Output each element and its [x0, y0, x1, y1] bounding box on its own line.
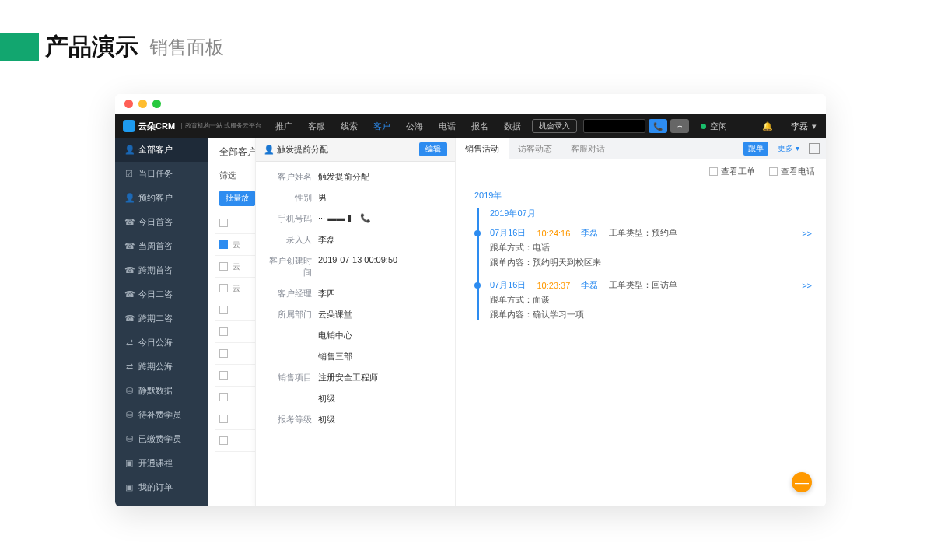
sidebar-item[interactable]: ☎今日二咨 [115, 282, 208, 306]
maximize-icon[interactable] [152, 100, 161, 108]
close-icon[interactable] [124, 100, 133, 108]
minimize-icon[interactable] [138, 100, 147, 108]
nav-item-客服[interactable]: 客服 [302, 121, 331, 132]
detail-title: 👤 触发提前分配 [264, 144, 328, 156]
nav-item-推广[interactable]: 推广 [269, 121, 299, 132]
activity-card: 07月16日10:24:16李磊工单类型：预约单>>跟单方式：电话跟单内容：预约… [490, 227, 812, 268]
tab[interactable]: 访客动态 [509, 138, 561, 159]
card-more[interactable]: >> [802, 281, 812, 290]
sidebar-item[interactable]: ▣我的订单 [115, 475, 208, 499]
sidebar-item[interactable]: ☎今日首咨 [115, 210, 208, 234]
field-value: 注册安全工程师 [318, 372, 447, 383]
field-label [264, 393, 318, 404]
sidebar-item[interactable]: ⇄跨期公海 [115, 355, 208, 379]
sidebar-label: 预约客户 [138, 192, 173, 204]
sidebar-icon: ☎ [124, 241, 134, 251]
sidebar-item[interactable]: 👤全部客户 [115, 138, 208, 162]
user-name[interactable]: 李磊 [791, 121, 808, 132]
card-head: 07月16日10:23:37李磊工单类型：回访单>> [490, 279, 812, 291]
sidebar-item[interactable]: ⛁已缴费学员 [115, 427, 208, 451]
row-checkbox[interactable] [219, 436, 228, 445]
tab[interactable]: 销售活动 [456, 138, 509, 159]
logo-text: 云朵CRM [138, 121, 175, 132]
app-body: 👤全部客户☑当日任务👤预约客户☎今日首咨☎当周首咨☎跨期首咨☎今日二咨☎跨期二咨… [115, 138, 826, 506]
row-text: 云 [233, 283, 240, 294]
bulk-button[interactable]: 批量放 [219, 191, 255, 206]
fab-button[interactable]: — [792, 472, 812, 492]
opportunity-button[interactable]: 机会录入 [532, 119, 577, 133]
field-label: 客户经理 [264, 288, 318, 299]
nav-item-数据[interactable]: 数据 [498, 121, 527, 132]
card-time: 10:23:37 [537, 281, 570, 290]
row-checkbox[interactable] [219, 349, 228, 358]
row-checkbox[interactable] [219, 219, 228, 227]
phone-icon[interactable]: 📞 [358, 213, 371, 222]
filter-call[interactable]: 查看电话 [769, 166, 815, 177]
sidebar-item[interactable]: ☎跨期二咨 [115, 306, 208, 331]
row-checkbox[interactable] [219, 327, 228, 336]
card-line: 跟单内容：预约明天到校区来 [490, 257, 812, 268]
sidebar-item[interactable]: ▣开通课程 [115, 451, 208, 475]
nav-item-报名[interactable]: 报名 [465, 121, 495, 132]
sidebar-item[interactable]: 👤预约客户 [115, 186, 208, 210]
sidebar-label: 待补费学员 [138, 409, 181, 421]
field-value: 李四 [318, 288, 447, 299]
card-date: 07月16日 [490, 227, 526, 239]
more-button[interactable]: 更多 ▾ [773, 142, 804, 156]
row-checkbox[interactable] [219, 284, 228, 292]
detail-field: 性别男 [256, 187, 455, 208]
hangup-button[interactable]: ⌢ [670, 119, 689, 133]
field-label [264, 351, 318, 362]
row-checkbox[interactable] [219, 306, 228, 314]
sidebar-item[interactable]: ⛁静默数据 [115, 379, 208, 403]
detail-field: 客户姓名触发提前分配 [256, 166, 455, 187]
expand-icon[interactable] [809, 143, 820, 154]
activity-panel: 销售活动访客动态客服对话 跟单 更多 ▾ 查看工单 查看电话 2019年 201… [456, 138, 826, 506]
tab[interactable]: 客服对话 [561, 138, 614, 159]
row-checkbox[interactable] [219, 371, 228, 380]
slide-header: 产品演示 销售面板 [0, 0, 941, 63]
sidebar-icon: ☎ [124, 289, 134, 299]
nav-item-客户[interactable]: 客户 [367, 121, 397, 132]
sidebar-item[interactable]: ☎跨期首咨 [115, 258, 208, 282]
nav-item-线索[interactable]: 线索 [334, 121, 364, 132]
row-text: 云 [233, 261, 240, 272]
sidebar-label: 当日任务 [138, 168, 173, 180]
sidebar-label: 已缴费学员 [138, 433, 181, 445]
edit-button[interactable]: 编辑 [419, 142, 447, 156]
nav-items: 推广客服线索客户公海电话报名数据 [269, 121, 527, 132]
field-value: 触发提前分配 [318, 171, 447, 183]
chevron-down-icon[interactable]: ▾ [812, 121, 817, 131]
activity-card: 07月16日10:23:37李磊工单类型：回访单>>跟单方式：面谈跟单内容：确认… [490, 279, 812, 320]
row-checkbox[interactable] [219, 262, 228, 271]
card-more[interactable]: >> [802, 229, 812, 238]
filter-ticket[interactable]: 查看工单 [709, 166, 755, 177]
sidebar-icon: ▣ [124, 482, 134, 492]
card-line: 跟单内容：确认学习一项 [490, 309, 812, 320]
card-time: 10:24:16 [537, 229, 570, 238]
card-date: 07月16日 [490, 279, 526, 291]
row-text: 云 [233, 240, 240, 250]
sidebar-item[interactable]: ⇄今日公海 [115, 331, 208, 355]
field-value: 初级 [318, 393, 447, 404]
card-type: 工单类型：回访单 [609, 279, 677, 291]
row-checkbox[interactable] [219, 393, 228, 401]
detail-field: 录入人李磊 [256, 229, 455, 250]
nav-item-公海[interactable]: 公海 [400, 121, 429, 132]
sidebar-label: 今日公海 [138, 337, 173, 348]
search-input[interactable] [583, 119, 645, 133]
sidebar-item[interactable]: ⛁待补费学员 [115, 403, 208, 427]
timeline: 2019年 2019年07月 07月16日10:24:16李磊工单类型：预约单>… [456, 184, 826, 334]
field-value: ··· ▬▬ ▮ 📞 [318, 213, 447, 225]
sidebar-item[interactable]: ☑当日任务 [115, 162, 208, 186]
field-label [264, 330, 318, 341]
bell-icon[interactable]: 🔔 [762, 121, 773, 131]
row-checkbox[interactable] [219, 415, 228, 423]
sidebar-label: 全部客户 [138, 144, 173, 156]
accent-block [0, 33, 39, 61]
follow-button[interactable]: 跟单 [743, 142, 768, 156]
row-checkbox[interactable] [219, 240, 228, 249]
nav-item-电话[interactable]: 电话 [432, 121, 462, 132]
call-button[interactable]: 📞 [649, 119, 667, 133]
sidebar-item[interactable]: ☎当周首咨 [115, 234, 208, 258]
